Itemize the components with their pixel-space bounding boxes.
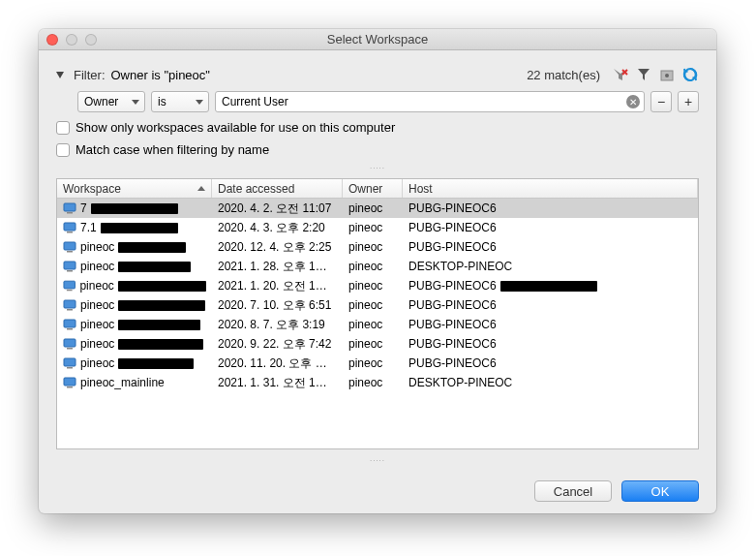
cell-host: PUBG-PINEOC6 xyxy=(403,298,698,312)
filter-operator-select[interactable]: is xyxy=(151,91,209,112)
cancel-button[interactable]: Cancel xyxy=(534,480,612,502)
svg-rect-15 xyxy=(67,309,73,311)
cell-date: 2021. 1. 20. 오전 1… xyxy=(212,278,343,294)
cell-host: PUBG-PINEOC6 xyxy=(403,318,698,331)
svg-rect-4 xyxy=(64,203,76,211)
table-row[interactable]: pineoc2020. 12. 4. 오후 2:25pineocPUBG-PIN… xyxy=(57,237,698,257)
table-row[interactable]: pineoc2020. 9. 22. 오후 7:42pineocPUBG-PIN… xyxy=(57,334,698,354)
svg-rect-21 xyxy=(67,367,73,369)
cell-date: 2020. 7. 10. 오후 6:51 xyxy=(212,297,343,314)
filter-criteria-row: Owner is Current User ✕ − + xyxy=(56,91,699,112)
filter-label: Filter: xyxy=(74,68,106,82)
table-row[interactable]: 72020. 4. 2. 오전 11:07pineocPUBG-PINEOC6 xyxy=(57,199,698,218)
column-workspace[interactable]: Workspace xyxy=(57,179,212,198)
filter-value-text: Current User xyxy=(222,95,288,108)
cell-owner: pineoc xyxy=(343,356,403,370)
settings-icon[interactable] xyxy=(658,66,676,83)
table-header: Workspace Date accessed Owner Host xyxy=(57,179,698,199)
column-host[interactable]: Host xyxy=(403,179,698,198)
table-row[interactable]: pineoc_mainline2021. 1. 31. 오전 1…pineocD… xyxy=(57,373,698,392)
svg-rect-10 xyxy=(64,262,76,269)
cell-date: 2020. 8. 7. 오후 3:19 xyxy=(212,317,343,333)
filter-icon[interactable] xyxy=(635,66,652,83)
show-available-label: Show only workspaces available for use o… xyxy=(76,120,395,135)
table-body[interactable]: 72020. 4. 2. 오전 11:07pineocPUBG-PINEOC67… xyxy=(57,199,698,448)
cell-workspace: pineoc xyxy=(57,260,212,273)
cell-workspace: pineoc_mainline xyxy=(57,376,212,389)
show-available-checkbox[interactable] xyxy=(56,121,70,135)
clear-filter-icon[interactable] xyxy=(612,66,629,83)
refresh-icon[interactable] xyxy=(681,66,699,83)
cell-host: PUBG-PINEOC6 xyxy=(403,201,698,215)
titlebar[interactable]: Select Workspace xyxy=(39,29,716,50)
cell-owner: pineoc xyxy=(343,260,403,273)
table-row[interactable]: pineoc2021. 1. 20. 오전 1…pineocPUBG-PINEO… xyxy=(57,276,698,295)
filter-description: Owner is "pineoc" xyxy=(111,68,210,82)
show-available-row: Show only workspaces available for use o… xyxy=(56,120,699,135)
svg-rect-20 xyxy=(64,358,76,366)
match-case-checkbox[interactable] xyxy=(56,143,70,157)
filter-value-input[interactable]: Current User ✕ xyxy=(215,91,645,112)
remove-criterion-button[interactable]: − xyxy=(650,91,672,112)
filter-field-value: Owner xyxy=(84,95,118,108)
match-case-row: Match case when filtering by name xyxy=(56,142,699,157)
cell-owner: pineoc xyxy=(343,221,403,234)
svg-rect-16 xyxy=(64,320,76,327)
cell-date: 2020. 9. 22. 오후 7:42 xyxy=(212,336,343,353)
svg-rect-5 xyxy=(67,212,73,214)
match-case-label: Match case when filtering by name xyxy=(76,142,269,157)
svg-rect-18 xyxy=(64,339,76,347)
table-row[interactable]: pineoc2020. 7. 10. 오후 6:51pineocPUBG-PIN… xyxy=(57,295,698,315)
clear-input-icon[interactable]: ✕ xyxy=(626,95,640,108)
dialog-footer: Cancel OK xyxy=(56,471,699,502)
table-row[interactable]: 7.12020. 4. 3. 오후 2:20pineocPUBG-PINEOC6 xyxy=(57,218,698,237)
svg-rect-9 xyxy=(67,251,73,253)
ok-button[interactable]: OK xyxy=(621,480,699,502)
column-date[interactable]: Date accessed xyxy=(212,179,343,198)
add-criterion-button[interactable]: + xyxy=(678,91,699,112)
svg-rect-17 xyxy=(67,328,73,330)
svg-point-3 xyxy=(665,74,669,77)
cell-date: 2020. 11. 20. 오후 … xyxy=(212,355,343,372)
splitter-grip-bottom[interactable]: ····· xyxy=(56,457,699,463)
cell-owner: pineoc xyxy=(343,318,403,331)
cell-workspace: pineoc xyxy=(57,279,212,293)
table-row[interactable]: pineoc2020. 11. 20. 오후 …pineocPUBG-PINEO… xyxy=(57,354,698,373)
cell-host: DESKTOP-PINEOC xyxy=(403,260,698,273)
filter-field-select[interactable]: Owner xyxy=(77,91,145,112)
cell-owner: pineoc xyxy=(343,298,403,312)
cell-host: PUBG-PINEOC6 xyxy=(403,337,698,351)
column-owner[interactable]: Owner xyxy=(343,179,403,198)
table-row[interactable]: pineoc2021. 1. 28. 오후 1…pineocDESKTOP-PI… xyxy=(57,257,698,276)
svg-rect-13 xyxy=(67,290,73,291)
filter-disclosure-triangle[interactable] xyxy=(56,72,64,78)
cell-owner: pineoc xyxy=(343,337,403,351)
cell-owner: pineoc xyxy=(343,201,403,215)
window-title: Select Workspace xyxy=(39,32,716,46)
svg-rect-22 xyxy=(64,378,76,386)
svg-rect-8 xyxy=(64,242,76,250)
svg-rect-14 xyxy=(64,300,76,308)
cell-host: PUBG-PINEOC6 xyxy=(403,240,698,254)
svg-rect-11 xyxy=(67,270,73,272)
cell-host: PUBG-PINEOC6 xyxy=(403,279,698,293)
splitter-grip[interactable]: ····· xyxy=(56,165,699,170)
cell-date: 2020. 4. 3. 오후 2:20 xyxy=(212,220,343,236)
cell-host: DESKTOP-PINEOC xyxy=(403,376,698,389)
cell-owner: pineoc xyxy=(343,279,403,293)
cell-workspace: 7 xyxy=(57,201,212,215)
svg-rect-7 xyxy=(67,232,73,233)
svg-rect-23 xyxy=(67,386,73,388)
table-row[interactable]: pineoc2020. 8. 7. 오후 3:19pineocPUBG-PINE… xyxy=(57,315,698,334)
match-count: 22 match(es) xyxy=(527,68,600,82)
filter-summary-row: Filter: Owner is "pineoc" 22 match(es) xyxy=(56,66,699,83)
cell-date: 2021. 1. 31. 오전 1… xyxy=(212,375,343,391)
workspace-table: Workspace Date accessed Owner Host 72020… xyxy=(56,178,699,449)
cell-date: 2021. 1. 28. 오후 1… xyxy=(212,259,343,275)
cell-workspace: pineoc xyxy=(57,318,212,331)
cell-date: 2020. 4. 2. 오전 11:07 xyxy=(212,201,343,217)
cell-host: PUBG-PINEOC6 xyxy=(403,356,698,370)
cell-workspace: pineoc xyxy=(57,298,212,312)
cell-host: PUBG-PINEOC6 xyxy=(403,221,698,234)
svg-rect-6 xyxy=(64,223,76,231)
